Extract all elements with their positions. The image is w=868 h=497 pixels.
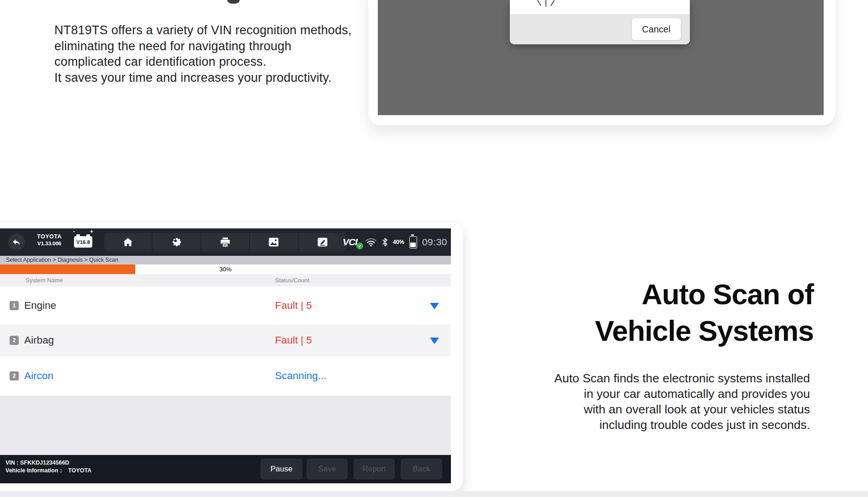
empty-area xyxy=(0,396,451,455)
tablet-topbar: TOYOTA V1.33.006 - + V16.8 xyxy=(0,228,451,256)
row-index-badge: 2 xyxy=(10,336,19,345)
vin-label: VIN : SFKKDJ1234566D xyxy=(5,459,91,467)
section-body-line: Auto Scan finds the electronic systems i… xyxy=(463,370,810,386)
home-icon xyxy=(122,237,133,247)
back-button[interactable] xyxy=(8,234,25,250)
status-cluster: VCI ✓ 40% 0 xyxy=(343,228,447,256)
terminal-minus: - xyxy=(73,229,75,234)
pen-note-icon xyxy=(317,237,328,247)
page: NT819TS offers a variety of VIN recognit… xyxy=(0,0,868,497)
intro-line: It saves your time and increases your pr… xyxy=(54,70,352,86)
tablet-footer: VIN : SFKKDJ1234566D Vehicle Information… xyxy=(0,455,451,483)
vehicle-voltage-indicator: V16.8 xyxy=(74,236,92,248)
status-count: Fault | 5 xyxy=(275,334,312,346)
cut-off-graphic-fragment xyxy=(227,0,240,4)
intro-line: eliminating the need for navigating thro… xyxy=(54,38,352,54)
software-version: V1.33.006 xyxy=(32,241,67,246)
scan-rays-icon xyxy=(536,0,556,7)
section-body-line: with an overall look at your vehicles st… xyxy=(463,402,810,417)
battery-icon xyxy=(409,236,417,248)
system-name: Aircon xyxy=(24,370,53,382)
topbar-nav xyxy=(104,233,346,251)
battery-terminals: - + xyxy=(73,229,93,234)
page-bottom-band xyxy=(0,491,868,497)
table-row-airbag[interactable]: 2 Airbag Fault | 5 xyxy=(0,324,451,356)
printer-icon xyxy=(220,237,231,247)
terminal-plus: + xyxy=(90,229,93,234)
table-row-aircon[interactable]: 2 Aircon Scanning... xyxy=(0,356,451,396)
status-count: Fault | 5 xyxy=(275,300,312,312)
bluetooth-icon xyxy=(382,238,388,247)
scan-progress-bar: 30% xyxy=(0,264,451,274)
vehicle-info-block: VIN : SFKKDJ1234566D Vehicle Information… xyxy=(5,459,91,475)
chevron-down-triangle[interactable] xyxy=(430,338,439,344)
voltage-value: V16.8 xyxy=(76,239,90,245)
report-button[interactable]: Report xyxy=(354,459,395,480)
status-count: Scanning... xyxy=(275,370,327,382)
cancel-button[interactable]: Cancel xyxy=(632,18,681,40)
scan-progress-label: 30% xyxy=(0,264,451,274)
clock-label: 09:30 xyxy=(422,237,447,248)
table-row-engine[interactable]: 1 Engine Fault | 5 xyxy=(0,286,451,324)
brand-name: TOYOTA xyxy=(32,233,67,240)
system-name: Airbag xyxy=(24,334,54,346)
column-system-name: System Name xyxy=(26,274,63,286)
breadcrumb: Select Application > Diagnosis > Quick S… xyxy=(0,256,451,264)
vci-connected-check-icon: ✓ xyxy=(356,243,363,249)
tablet-screen: TOYOTA V1.33.006 - + V16.8 xyxy=(0,228,451,483)
vci-indicator: VCI ✓ xyxy=(343,237,360,248)
wifi-icon xyxy=(365,238,377,247)
intro-line: NT819TS offers a variety of VIN recognit… xyxy=(54,22,352,38)
back-arrow-icon xyxy=(12,238,21,247)
section-title: Auto Scan of Vehicle Systems xyxy=(439,276,814,349)
column-status-count: Status/Count xyxy=(275,274,309,286)
image-icon xyxy=(268,237,279,247)
intro-text: NT819TS offers a variety of VIN recognit… xyxy=(54,22,352,85)
row-index-badge: 1 xyxy=(10,301,19,310)
section-body-line: including trouble codes just in seconds. xyxy=(463,417,810,433)
row-index-badge: 2 xyxy=(10,371,19,381)
section-title-line: Auto Scan of xyxy=(439,276,814,312)
chevron-down-triangle[interactable] xyxy=(430,303,439,309)
save-button[interactable]: Save xyxy=(307,459,348,480)
vehicle-info-value: TOYOTA xyxy=(68,467,91,474)
settings-button[interactable] xyxy=(153,233,200,251)
vci-label: VCI xyxy=(343,237,357,247)
notes-button[interactable] xyxy=(299,233,346,251)
dialog-footer: Cancel xyxy=(510,14,690,44)
section-body: Auto Scan finds the electronic systems i… xyxy=(463,370,810,433)
vehicle-info-label: Vehicle Information： xyxy=(5,467,64,474)
intro-line: complicated car identification process. xyxy=(54,54,352,70)
home-button[interactable] xyxy=(104,233,152,251)
pause-button[interactable]: Pause xyxy=(260,459,302,480)
table-header: System Name Status/Count xyxy=(0,274,451,286)
section-title-line: Vehicle Systems xyxy=(439,312,814,349)
vehicle-brand-label: TOYOTA V1.33.006 xyxy=(32,233,67,246)
screenshot-button[interactable] xyxy=(250,233,297,251)
back-button-footer[interactable]: Back xyxy=(401,459,442,480)
system-name: Engine xyxy=(24,300,56,312)
battery-percent-label: 40% xyxy=(393,239,404,245)
gear-icon xyxy=(172,237,182,247)
section-body-line: in your car automatically and provides y… xyxy=(463,386,810,402)
vin-scan-dialog: Cancel xyxy=(510,0,690,44)
print-button[interactable] xyxy=(201,233,249,251)
